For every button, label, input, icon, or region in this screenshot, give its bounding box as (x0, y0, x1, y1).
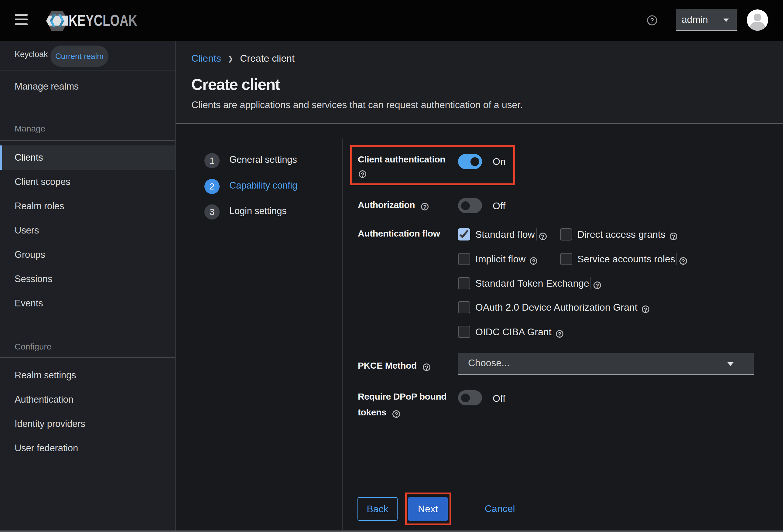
svg-text:KEYCLOAK: KEYCLOAK (69, 11, 137, 29)
svg-text:?: ? (650, 17, 654, 24)
